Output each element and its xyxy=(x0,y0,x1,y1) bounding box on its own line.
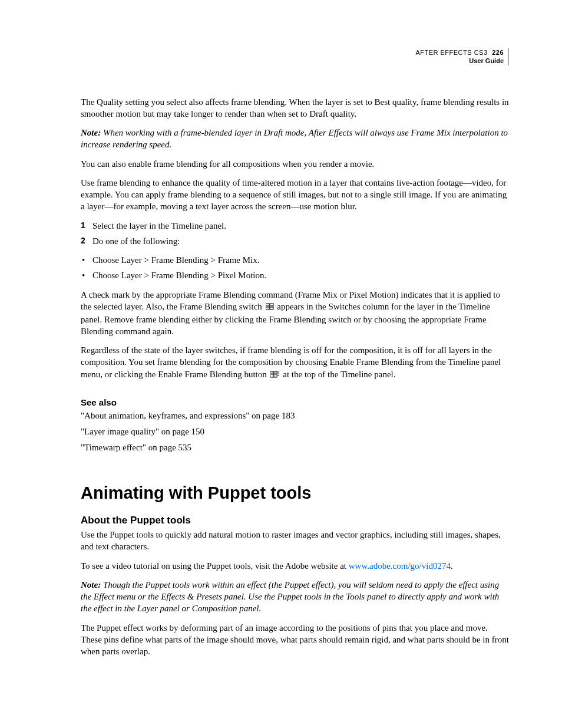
sub-heading: About the Puppet tools xyxy=(81,515,509,526)
enable-frame-blending-button-icon xyxy=(270,369,280,381)
header-subtitle: User Guide xyxy=(469,57,509,65)
body-paragraph: The Quality setting you select also affe… xyxy=(81,96,509,120)
note-body: When working with a frame-blended layer … xyxy=(81,128,508,149)
step-item: 2Do one of the following: xyxy=(81,235,509,247)
frame-blending-switch-icon xyxy=(266,301,274,313)
note-paragraph: Note: When working with a frame-blended … xyxy=(81,127,509,151)
step-number: 2 xyxy=(81,235,85,246)
note-label: Note: xyxy=(81,580,101,589)
step-item: 1Select the layer in the Timeline panel. xyxy=(81,220,509,232)
body-paragraph: You can also enable frame blending for a… xyxy=(81,158,509,170)
bullet-item: Choose Layer > Frame Blending > Pixel Mo… xyxy=(81,269,509,281)
header-product-line: AFTER EFFECTS CS3 226 xyxy=(415,48,509,57)
page-header: AFTER EFFECTS CS3 226 User Guide xyxy=(81,48,509,65)
body-paragraph: A check mark by the appropriate Frame Bl… xyxy=(81,289,509,337)
body-paragraph: Use frame blending to enhance the qualit… xyxy=(81,177,509,213)
numbered-steps: 1Select the layer in the Timeline panel.… xyxy=(81,220,509,248)
document-page: AFTER EFFECTS CS3 226 User Guide The Qua… xyxy=(0,0,562,700)
see-also-link[interactable]: "Layer image quality" on page 150 xyxy=(81,427,509,437)
text-run: . xyxy=(451,561,453,571)
note-label: Note: xyxy=(81,128,101,137)
text-run: at the top of the Timeline panel. xyxy=(281,370,396,379)
body-paragraph: The Puppet effect works by deforming par… xyxy=(81,622,509,658)
body-paragraph: To see a video tutorial on using the Pup… xyxy=(81,560,509,572)
page-number: 226 xyxy=(492,49,504,56)
step-text: Select the layer in the Timeline panel. xyxy=(92,221,226,230)
body-paragraph: Regardless of the state of the layer swi… xyxy=(81,344,509,381)
see-also-heading: See also xyxy=(81,397,509,407)
bullet-list: Choose Layer > Frame Blending > Frame Mi… xyxy=(81,254,509,282)
tutorial-link[interactable]: www.adobe.com/go/vid0274 xyxy=(349,561,451,571)
note-paragraph: Note: Though the Puppet tools work withi… xyxy=(81,579,509,615)
see-also-link[interactable]: "Timewarp effect" on page 535 xyxy=(81,443,509,453)
see-also-link[interactable]: "About animation, keyframes, and express… xyxy=(81,411,509,421)
bullet-item: Choose Layer > Frame Blending > Frame Mi… xyxy=(81,254,509,266)
step-number: 1 xyxy=(81,220,85,231)
body-paragraph: Use the Puppet tools to quickly add natu… xyxy=(81,529,509,553)
section-heading: Animating with Puppet tools xyxy=(81,483,509,503)
note-body: Though the Puppet tools work within an e… xyxy=(81,580,499,614)
text-run: To see a video tutorial on using the Pup… xyxy=(81,561,349,571)
product-name: AFTER EFFECTS CS3 xyxy=(415,49,487,56)
step-text: Do one of the following: xyxy=(92,236,180,246)
